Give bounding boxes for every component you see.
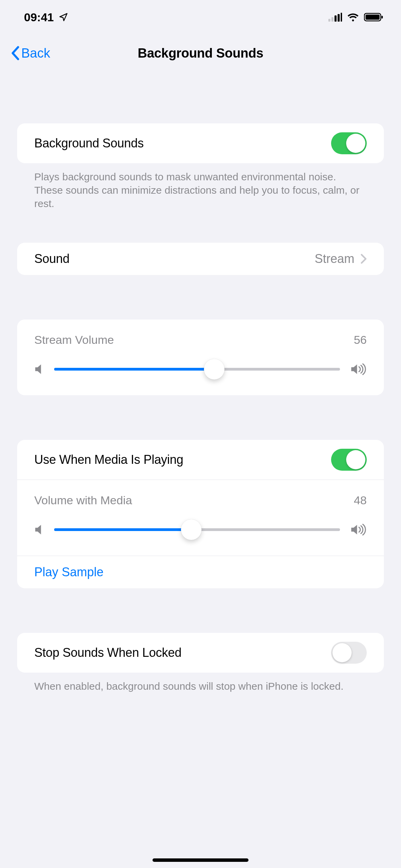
chevron-right-icon — [361, 254, 367, 264]
row-label: Sound — [34, 252, 70, 266]
background-sounds-toggle[interactable] — [331, 132, 367, 154]
use-when-media-playing-toggle[interactable] — [331, 449, 367, 471]
svg-rect-3 — [338, 14, 340, 22]
group-enable: Background Sounds — [17, 123, 384, 163]
svg-rect-2 — [335, 15, 337, 22]
nav-header: Back Background Sounds — [0, 34, 401, 72]
row-sound[interactable]: Sound Stream — [17, 243, 384, 275]
group-enable-footer: Plays background sounds to mask unwanted… — [34, 170, 367, 210]
home-indicator[interactable] — [153, 858, 248, 862]
row-background-sounds-toggle: Background Sounds — [17, 123, 384, 163]
row-play-sample[interactable]: Play Sample — [17, 556, 384, 588]
volume-min-icon — [34, 524, 44, 535]
svg-rect-4 — [341, 13, 342, 22]
cellular-signal-icon — [328, 13, 342, 22]
group-sound: Sound Stream — [17, 243, 384, 275]
group-media: Use When Media Is Playing Volume with Me… — [17, 440, 384, 588]
stream-volume-block: Stream Volume 56 — [17, 320, 384, 395]
row-stop-when-locked: Stop Sounds When Locked — [17, 633, 384, 673]
page-title: Background Sounds — [138, 46, 263, 61]
group-stop-when-locked-footer: When enabled, background sounds will sto… — [34, 679, 367, 693]
row-label: Stop Sounds When Locked — [34, 646, 181, 660]
location-arrow-icon — [59, 12, 68, 22]
wifi-icon — [347, 13, 359, 22]
group-stream-volume: Stream Volume 56 — [17, 320, 384, 395]
svg-rect-0 — [328, 19, 330, 22]
stop-when-locked-toggle[interactable] — [331, 642, 367, 664]
status-bar: 09:41 — [0, 0, 401, 34]
stream-volume-value: 56 — [354, 333, 367, 347]
chevron-left-icon — [10, 46, 20, 60]
row-label: Use When Media Is Playing — [34, 453, 183, 467]
back-label: Back — [21, 46, 50, 61]
row-use-when-media-playing: Use When Media Is Playing — [17, 440, 384, 480]
volume-with-media-slider[interactable] — [54, 519, 340, 540]
volume-with-media-block: Volume with Media 48 — [17, 480, 384, 556]
group-stop-when-locked: Stop Sounds When Locked — [17, 633, 384, 673]
svg-rect-7 — [381, 16, 383, 19]
svg-rect-1 — [331, 17, 333, 22]
play-sample-label: Play Sample — [34, 565, 104, 579]
status-time: 09:41 — [24, 11, 54, 24]
volume-with-media-label: Volume with Media — [34, 494, 132, 507]
back-button[interactable]: Back — [10, 46, 50, 61]
volume-with-media-value: 48 — [354, 494, 367, 507]
row-label: Background Sounds — [34, 136, 144, 150]
svg-rect-6 — [366, 15, 380, 20]
volume-min-icon — [34, 363, 44, 375]
battery-icon — [364, 13, 384, 22]
volume-max-icon — [350, 363, 367, 375]
sound-value: Stream — [315, 252, 354, 266]
stream-volume-label: Stream Volume — [34, 333, 114, 347]
stream-volume-slider[interactable] — [54, 359, 340, 379]
volume-max-icon — [350, 523, 367, 536]
